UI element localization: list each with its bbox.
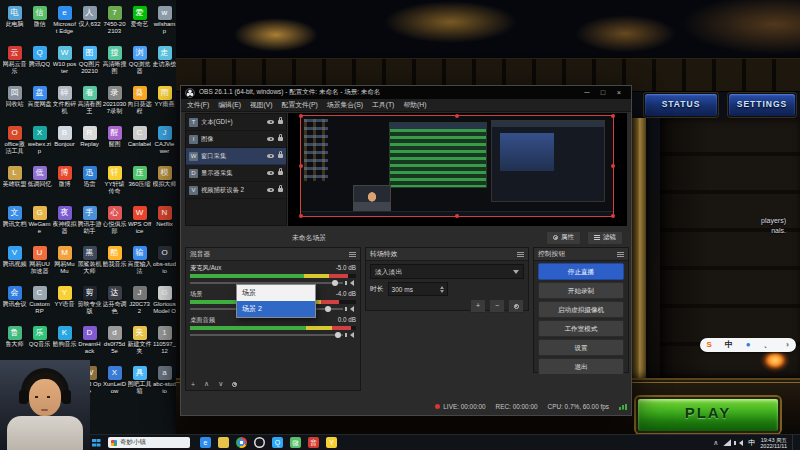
visibility-eye-icon[interactable]: [267, 171, 274, 175]
volume-icon[interactable]: [736, 440, 743, 446]
desktop-icon[interactable]: 看 高清看图王: [77, 84, 102, 124]
control-button[interactable]: 启动虚拟摄像机: [538, 301, 624, 318]
desktop-icon[interactable]: 碎 文件粉碎机: [52, 84, 77, 124]
filters-button[interactable]: 滤镜: [587, 231, 623, 245]
desktop-icon[interactable]: 浏 QQ浏览器: [127, 44, 152, 84]
desktop-icon[interactable]: N Netflix: [152, 204, 177, 244]
transition-settings-button[interactable]: [508, 299, 524, 313]
desktop-icon[interactable]: 雨 YY雨燕: [152, 84, 177, 124]
desktop-icon[interactable]: J CAJViewer: [152, 124, 177, 164]
ime-toolbar-icon[interactable]: S: [706, 338, 711, 352]
desktop-icon[interactable]: 爱 爱奇艺: [127, 4, 152, 44]
menu-item[interactable]: 编辑(E): [218, 100, 241, 110]
transition-select[interactable]: 淡入淡出: [370, 264, 524, 279]
desktop-icon[interactable]: B Bonjour: [52, 124, 77, 164]
desktop-icon[interactable]: 夹 新建文件夹: [127, 324, 152, 364]
menu-item[interactable]: 场景集合(S): [327, 100, 363, 110]
desktop-icon[interactable]: O office激活工具: [2, 124, 27, 164]
resize-handle[interactable]: [455, 114, 459, 118]
source-row[interactable]: T 文本(GDI+): [186, 114, 286, 131]
resize-handle[interactable]: [299, 114, 303, 118]
control-button[interactable]: 退出: [538, 358, 624, 375]
stepper-arrows[interactable]: [440, 284, 444, 295]
desktop-icon[interactable]: Y YY语音: [52, 284, 77, 324]
window-control-button[interactable]: □: [595, 86, 611, 99]
volume-slider[interactable]: [190, 334, 343, 336]
desktop-icon[interactable]: 葵 向日葵远程: [127, 84, 152, 124]
gear-icon[interactable]: [232, 382, 237, 387]
desktop-icon[interactable]: O obs-studio: [152, 244, 177, 284]
visibility-eye-icon[interactable]: [267, 137, 274, 141]
control-button[interactable]: 设置: [538, 339, 624, 356]
desktop-icon[interactable]: 搜 高清晰搜图: [102, 44, 127, 84]
taskbar-app-icon[interactable]: Y: [326, 437, 337, 448]
show-desktop-button[interactable]: [792, 435, 797, 450]
desktop-icon[interactable]: X webex.zip: [27, 124, 52, 164]
desktop-icon[interactable]: 输 百度输入法: [127, 244, 152, 284]
desktop-icon[interactable]: 录 20210307录制: [102, 84, 127, 124]
properties-button[interactable]: 属性: [546, 231, 581, 245]
desktop-icon[interactable]: U 网易UU加速器: [27, 244, 52, 284]
transition-toolbar-button[interactable]: −: [489, 299, 505, 313]
taskbar-app-icon[interactable]: [218, 437, 229, 448]
resize-handle[interactable]: [611, 114, 615, 118]
taskbar-app-icon[interactable]: 音: [308, 437, 319, 448]
desktop-icon[interactable]: X XunLeiDow: [102, 364, 127, 404]
desktop-icon[interactable]: W W10 poster: [52, 44, 77, 84]
ime-toolbar-icon[interactable]: 中: [725, 338, 733, 352]
visibility-eye-icon[interactable]: [267, 188, 274, 192]
desktop-icon[interactable]: 心 心悦俱乐部: [102, 204, 127, 244]
dropdown-option[interactable]: 场景 2: [237, 301, 315, 317]
desktop-icon[interactable]: 夜 夜神模拟器: [52, 204, 77, 244]
desktop-icon[interactable]: J J20C732: [127, 284, 152, 324]
preview-capture-frame[interactable]: [300, 115, 614, 217]
desktop-icon[interactable]: D DreamHack: [77, 324, 102, 364]
status-button[interactable]: STATUS: [644, 93, 718, 117]
taskbar-app-icon[interactable]: 微: [290, 437, 301, 448]
desktop-icon[interactable]: L 英雄联盟: [2, 164, 27, 204]
desktop-icon[interactable]: w wilshamp: [152, 4, 177, 44]
resize-handle[interactable]: [299, 164, 303, 168]
dock-menu-icon[interactable]: [617, 252, 624, 257]
desktop-icon[interactable]: 迅 迅雷: [77, 164, 102, 204]
lock-icon[interactable]: [278, 154, 283, 158]
resize-handle[interactable]: [611, 164, 615, 168]
desktop-icon[interactable]: 1 110597_12: [152, 324, 177, 364]
desktop-icon[interactable]: 7 7450-202103: [102, 4, 127, 44]
desktop-icon[interactable]: a abc-studio: [152, 364, 177, 404]
settings-button[interactable]: SETTINGS: [728, 93, 796, 117]
window-control-button[interactable]: ─: [579, 86, 595, 99]
desktop-icon[interactable]: 压 360压缩: [127, 164, 152, 204]
desktop-icon[interactable]: 达 达芬奇调色: [102, 284, 127, 324]
desktop-icon[interactable]: 乐 QQ音乐: [27, 324, 52, 364]
desktop-icon[interactable]: 轩 YY轩辕传奇: [102, 164, 127, 204]
desktop-icon[interactable]: 酷 酷我音乐: [102, 244, 127, 284]
mixer-toolbar-button[interactable]: ∧: [204, 380, 209, 388]
desktop-icon[interactable]: 手 腾讯手游助手: [77, 204, 102, 244]
ime-toolbar[interactable]: S中●、◑: [700, 338, 796, 352]
taskbar-app-icon[interactable]: Q: [272, 437, 283, 448]
visibility-eye-icon[interactable]: [267, 120, 274, 124]
lock-icon[interactable]: [278, 188, 283, 192]
desktop-icon[interactable]: M 网易MuMu: [52, 244, 77, 284]
obs-titlebar[interactable]: OBS 26.1.1 (64-bit, windows) - 配置文件: 未命名…: [181, 86, 631, 99]
taskbar-app-icon[interactable]: [254, 437, 265, 448]
desktop-icon[interactable]: V 腾讯视频: [2, 244, 27, 284]
desktop-icon[interactable]: C Canlabel: [127, 124, 152, 164]
desktop-icon[interactable]: 鲁 鲁大师: [2, 324, 27, 364]
control-button[interactable]: 工作室模式: [538, 320, 624, 337]
menu-item[interactable]: 帮助(H): [403, 100, 426, 110]
network-icon[interactable]: [723, 439, 731, 446]
desktop-icon[interactable]: 回 回收站: [2, 84, 27, 124]
desktop-icon[interactable]: 醒 醒图: [102, 124, 127, 164]
mixer-toolbar-button[interactable]: ∨: [218, 380, 223, 388]
desktop-icon[interactable]: W WPS Office: [127, 204, 152, 244]
tray-expand-icon[interactable]: ∧: [713, 439, 718, 447]
control-button[interactable]: 开始录制: [538, 282, 624, 299]
desktop-icon[interactable]: 模 模拟大师: [152, 164, 177, 204]
desktop-icon[interactable]: Q 腾讯QQ: [27, 44, 52, 84]
desktop-icon[interactable]: 具 图吧工具箱: [127, 364, 152, 404]
menu-item[interactable]: 工具(T): [372, 100, 394, 110]
lock-icon[interactable]: [278, 171, 283, 175]
desktop-icon[interactable]: G Glorious Model O: [152, 284, 177, 324]
